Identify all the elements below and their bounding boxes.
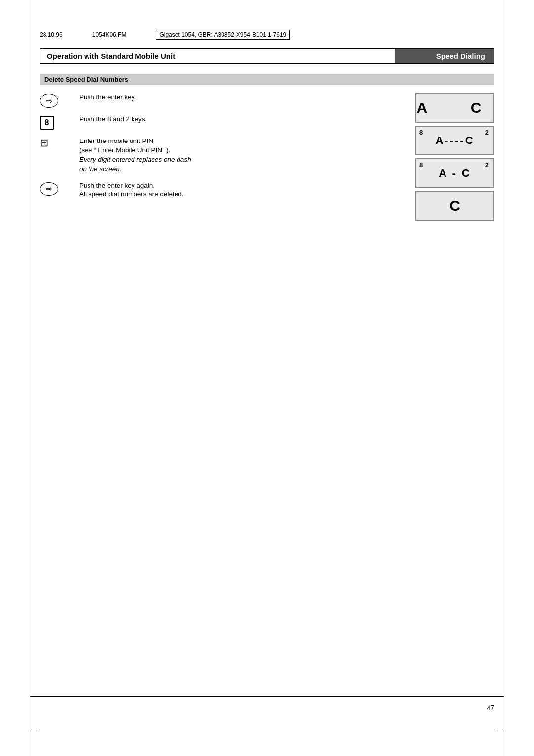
instructions-column: ⇨ Push the enter key. 8 Push the 8 and 2… <box>40 93 405 221</box>
pin-grid-icon: ⊞ <box>40 138 48 148</box>
icon-cell-4: ⇨ <box>40 181 79 196</box>
instruction-row-2: 8 Push the 8 and 2 keys. <box>40 115 405 130</box>
enter-key-2-icon: ⇨ <box>40 182 58 196</box>
section-title-left: Operation with Standard Mobile Unit <box>40 49 395 63</box>
text-cell-3: Enter the mobile unit PIN (see “ Enter M… <box>79 137 405 174</box>
corner-mark-bottom-left <box>30 731 37 731</box>
num-8-key-icon: 8 <box>40 116 54 130</box>
display-4-text: C <box>449 197 460 214</box>
display-3-top-right: 2 <box>485 161 490 169</box>
text-cell-4: Push the enter key again. All speed dial… <box>79 181 405 200</box>
icon-cell-3: ⊞ <box>40 137 79 148</box>
section-title-bar: Operation with Standard Mobile Unit Spee… <box>40 48 494 64</box>
display-screen-3: 8 2 A - C <box>415 158 494 188</box>
icon-cell-1: ⇨ <box>40 93 79 108</box>
display-2-content: A----C <box>435 134 474 147</box>
header-file: 1054K06.FM <box>92 31 127 38</box>
display-2-top-right: 2 <box>485 129 490 136</box>
text-cell-2: Push the 8 and 2 keys. <box>79 115 405 124</box>
instruction-row-3: ⊞ Enter the mobile unit PIN (see “ Enter… <box>40 137 405 174</box>
display-screen-4: C <box>415 191 494 221</box>
displays-column: A C 8 2 A----C 8 2 A - C C <box>415 93 494 221</box>
footer-page-number: 47 <box>487 704 494 711</box>
section-title-right: Speed Dialing <box>395 49 494 63</box>
instruction-row-1: ⇨ Push the enter key. <box>40 93 405 108</box>
instruction-row-4: ⇨ Push the enter key again. All speed di… <box>40 181 405 200</box>
header-date: 28.10.96 <box>40 31 63 38</box>
subsection-header: Delete Speed Dial Numbers <box>40 74 494 85</box>
icon-cell-2: 8 <box>40 115 79 130</box>
display-3-top-left: 8 <box>419 161 425 169</box>
display-1-text: A C <box>417 99 493 116</box>
display-screen-2: 8 2 A----C <box>415 126 494 155</box>
display-2-top-left: 8 <box>419 129 425 136</box>
display-3-content: A - C <box>439 167 471 180</box>
enter-key-icon: ⇨ <box>40 94 58 108</box>
page: 28.10.96 1054K06.FM Gigaset 1054, GBR: A… <box>0 0 534 756</box>
corner-mark-bottom-right <box>497 731 504 731</box>
display-screen-1: A C <box>415 93 494 123</box>
page-header: 28.10.96 1054K06.FM Gigaset 1054, GBR: A… <box>40 30 494 40</box>
content-area: ⇨ Push the enter key. 8 Push the 8 and 2… <box>40 93 494 221</box>
footer-line <box>30 696 504 697</box>
header-model: Gigaset 1054, GBR: A30852-X954-B101-1-76… <box>156 30 290 40</box>
text-cell-1: Push the enter key. <box>79 93 405 102</box>
